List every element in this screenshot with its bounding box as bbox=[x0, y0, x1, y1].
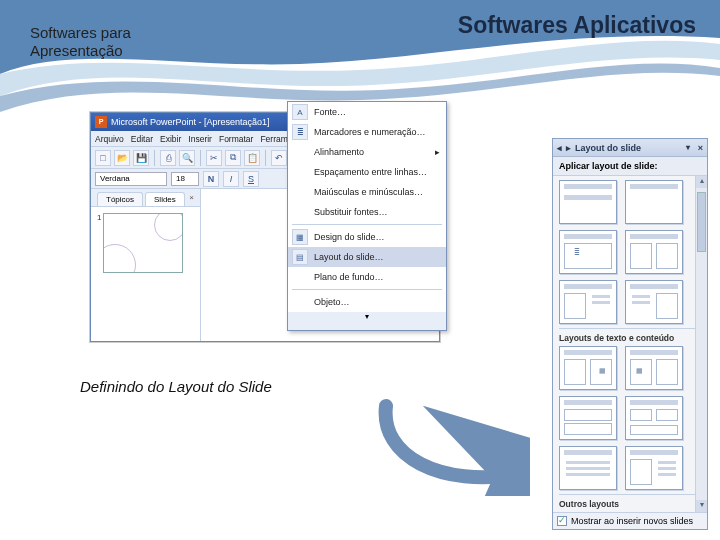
show-on-insert-checkbox[interactable] bbox=[557, 516, 567, 526]
layout-option[interactable]: ▦ bbox=[559, 346, 617, 390]
tab-close-icon[interactable]: × bbox=[189, 193, 194, 202]
menu-item-objeto[interactable]: Objeto… bbox=[288, 292, 446, 312]
menu-expand-handle[interactable]: ▾ bbox=[288, 312, 446, 330]
print-button[interactable]: ⎙ bbox=[160, 150, 176, 166]
forward-icon[interactable]: ▸ bbox=[566, 143, 571, 153]
slides-pane: Tópicos Slides × 1 bbox=[91, 189, 201, 341]
layout-option[interactable]: ▦ bbox=[625, 346, 683, 390]
copy-button[interactable]: ⧉ bbox=[225, 150, 241, 166]
menu-exibir[interactable]: Exibir bbox=[160, 134, 181, 144]
tab-topicos[interactable]: Tópicos bbox=[97, 192, 143, 206]
layout-option[interactable] bbox=[625, 446, 683, 490]
slide-thumbnail[interactable] bbox=[103, 213, 183, 273]
paste-button[interactable]: 📋 bbox=[244, 150, 260, 166]
tab-slides[interactable]: Slides bbox=[145, 192, 185, 206]
layout-option[interactable] bbox=[559, 446, 617, 490]
layout-option[interactable] bbox=[559, 396, 617, 440]
toolbar-separator bbox=[154, 150, 155, 166]
menu-item-alinhamento[interactable]: Alinhamento▸ bbox=[288, 142, 446, 162]
menu-item-layout-slide[interactable]: ▤Layout do slide… bbox=[288, 247, 446, 267]
layout-grid-text-content: ▦ ▦ bbox=[559, 346, 703, 490]
menu-item-label: Substituir fontes… bbox=[314, 207, 388, 217]
back-icon[interactable]: ◂ bbox=[557, 143, 562, 153]
menu-item-label: Maiúsculas e minúsculas… bbox=[314, 187, 423, 197]
menu-item-espacamento[interactable]: Espaçamento entre linhas… bbox=[288, 162, 446, 182]
layout-content-text[interactable] bbox=[559, 280, 617, 324]
layout-icon: ▤ bbox=[292, 249, 308, 265]
menu-separator bbox=[292, 289, 442, 290]
submenu-arrow-icon: ▸ bbox=[435, 147, 440, 157]
menu-item-label: Objeto… bbox=[314, 297, 350, 307]
font-size-select[interactable]: 18 bbox=[171, 172, 199, 186]
menu-item-label: Fonte… bbox=[314, 107, 346, 117]
thumbnail-number: 1 bbox=[97, 213, 101, 335]
powerpoint-window: P Microsoft PowerPoint - [Apresentação1]… bbox=[90, 112, 440, 342]
pane-tabstrip: Tópicos Slides × bbox=[91, 189, 200, 207]
menu-item-label: Plano de fundo… bbox=[314, 272, 384, 282]
menu-item-label: Marcadores e numeração… bbox=[314, 127, 426, 137]
layout-scroll-area: ≣ Layouts de texto e conteúdo bbox=[553, 176, 707, 512]
layout-title-slide[interactable] bbox=[559, 180, 617, 224]
toolbar-separator bbox=[265, 150, 266, 166]
menu-formatar[interactable]: Formatar bbox=[219, 134, 253, 144]
footer-checkbox-label: Mostrar ao inserir novos slides bbox=[571, 516, 693, 526]
menu-item-marcadores[interactable]: ≣Marcadores e numeração… bbox=[288, 122, 446, 142]
undo-button[interactable]: ↶ bbox=[271, 150, 287, 166]
menu-item-substituir-fontes[interactable]: Substituir fontes… bbox=[288, 202, 446, 222]
menu-item-fonte[interactable]: AFonte… bbox=[288, 102, 446, 122]
menu-item-plano-de-fundo[interactable]: Plano de fundo… bbox=[288, 267, 446, 287]
font-family-select[interactable]: Verdana bbox=[95, 172, 167, 186]
close-icon[interactable]: × bbox=[698, 143, 703, 153]
arrow-indicator bbox=[370, 396, 530, 496]
scroll-up-icon[interactable]: ▴ bbox=[696, 176, 707, 188]
format-menu-dropdown: AFonte… ≣Marcadores e numeração… Alinham… bbox=[287, 101, 447, 331]
layout-grid-text: ≣ bbox=[559, 180, 703, 324]
header-subtitle: Softwares para Apresentação bbox=[30, 24, 131, 60]
thumbnail-area: 1 bbox=[91, 207, 200, 341]
header-subtitle-line2: Apresentação bbox=[30, 42, 131, 60]
slide-caption: Definindo do Layout do Slide bbox=[80, 378, 272, 395]
toolbar-separator bbox=[200, 150, 201, 166]
bullets-icon: ≣ bbox=[292, 124, 308, 140]
layout-title-content[interactable]: ≣ bbox=[559, 230, 617, 274]
task-pane-titlebar[interactable]: ◂ ▸ Layout do slide ▾ × bbox=[553, 139, 707, 157]
layout-two-content[interactable] bbox=[625, 230, 683, 274]
section-label-text-content: Layouts de texto e conteúdo bbox=[559, 333, 703, 343]
layout-text-content[interactable] bbox=[625, 280, 683, 324]
font-size-value: 18 bbox=[176, 174, 185, 183]
menu-item-design-slide[interactable]: ▦Design do slide… bbox=[288, 227, 446, 247]
task-pane-scrollbar[interactable]: ▴ ▾ bbox=[695, 176, 707, 512]
cut-button[interactable]: ✂ bbox=[206, 150, 222, 166]
task-pane-title: Layout do slide bbox=[575, 143, 641, 153]
dropdown-icon[interactable]: ▾ bbox=[686, 143, 690, 152]
menu-editar[interactable]: Editar bbox=[131, 134, 153, 144]
apply-layout-label: Aplicar layout de slide: bbox=[553, 157, 707, 176]
save-button[interactable]: 💾 bbox=[133, 150, 149, 166]
task-pane-footer: Mostrar ao inserir novos slides bbox=[553, 512, 707, 529]
new-button[interactable]: □ bbox=[95, 150, 111, 166]
menu-item-label: Espaçamento entre linhas… bbox=[314, 167, 427, 177]
slide-layout-task-pane: ◂ ▸ Layout do slide ▾ × Aplicar layout d… bbox=[552, 138, 708, 530]
open-button[interactable]: 📂 bbox=[114, 150, 130, 166]
preview-button[interactable]: 🔍 bbox=[179, 150, 195, 166]
menu-arquivo[interactable]: Arquivo bbox=[95, 134, 124, 144]
menu-item-maiusculas[interactable]: Maiúsculas e minúsculas… bbox=[288, 182, 446, 202]
menu-inserir[interactable]: Inserir bbox=[188, 134, 212, 144]
section-label-other: Outros layouts bbox=[559, 499, 703, 509]
header-title: Softwares Aplicativos bbox=[458, 12, 696, 39]
layout-title-only[interactable] bbox=[625, 180, 683, 224]
scroll-down-icon[interactable]: ▾ bbox=[696, 500, 707, 512]
layout-option[interactable] bbox=[625, 396, 683, 440]
menu-item-label: Alinhamento bbox=[314, 147, 364, 157]
section-divider bbox=[559, 494, 703, 495]
app-icon: P bbox=[95, 116, 107, 128]
underline-button[interactable]: S bbox=[243, 171, 259, 187]
design-icon: ▦ bbox=[292, 229, 308, 245]
scrollbar-thumb[interactable] bbox=[697, 192, 706, 252]
section-divider bbox=[559, 328, 703, 329]
menu-item-label: Layout do slide… bbox=[314, 252, 384, 262]
bold-button[interactable]: N bbox=[203, 171, 219, 187]
italic-button[interactable]: I bbox=[223, 171, 239, 187]
font-icon: A bbox=[292, 104, 308, 120]
window-title: Microsoft PowerPoint - [Apresentação1] bbox=[111, 117, 270, 127]
